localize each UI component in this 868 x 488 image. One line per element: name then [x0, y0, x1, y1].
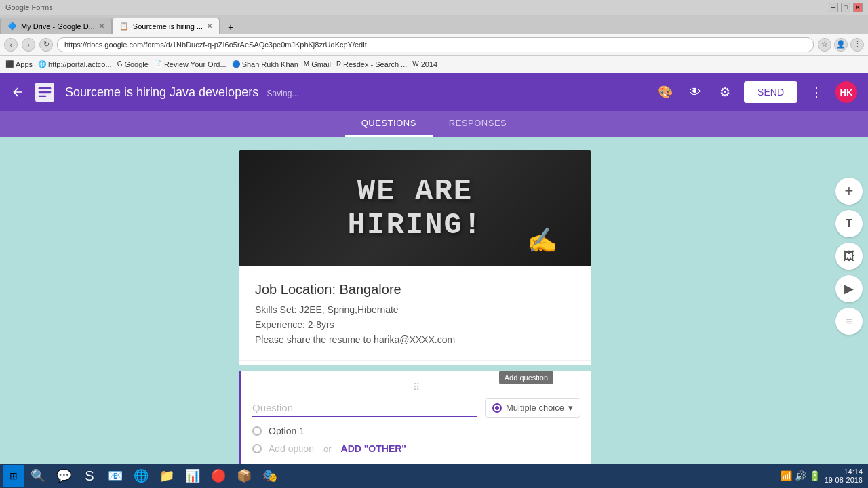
apps-icon: ⬛ [5, 60, 14, 68]
portal-icon: 🌐 [38, 60, 46, 68]
battery-icon: 🔋 [809, 470, 821, 481]
option-1-row: Option 1 [252, 426, 580, 436]
add-title-btn[interactable]: T [835, 210, 863, 237]
skills-detail: Skills Set: J2EE, Spring,Hibernate [255, 304, 575, 315]
bookmark-btn[interactable]: ☆ [818, 38, 831, 52]
2014-icon: W [412, 60, 418, 68]
form-tabs: QUESTIONS RESPONSES [0, 111, 868, 137]
taskbar-clock: 14:14 19-08-2016 [825, 468, 865, 484]
tab-questions[interactable]: QUESTIONS [345, 111, 433, 137]
maximize-btn[interactable]: □ [841, 3, 850, 12]
gmail-icon: M [304, 60, 309, 68]
add-video-btn[interactable]: ▶ [835, 275, 863, 302]
scroll-area: WE ARE HIRING! ✍️ Job Location: Bangalor… [0, 137, 830, 479]
question-section: ⠿ Multiple choice ▾ Option 1 [239, 365, 591, 465]
address-input[interactable]: https://docs.google.com/forms/d/1NbDuczf… [57, 37, 814, 52]
send-button[interactable]: SEND [744, 81, 797, 103]
taskbar-app7[interactable]: 🎭 [258, 465, 282, 487]
tab-drive-label: My Drive - Google D... [21, 22, 95, 30]
taskbar-search[interactable]: 🔍 [26, 465, 50, 487]
bookmark-2014[interactable]: W 2014 [412, 60, 437, 68]
app-header: Sourceme is hiring Java developers Savin… [0, 73, 868, 111]
add-option-text[interactable]: Add option [269, 443, 314, 454]
question-type-label: Multiple choice [506, 403, 564, 413]
question-input[interactable] [252, 399, 477, 417]
add-image-btn[interactable]: 🖼 [835, 243, 863, 270]
tab-forms-close[interactable]: ✕ [207, 22, 212, 30]
bookmark-review[interactable]: 📄 Review Your Ord... [154, 60, 226, 68]
taskbar-explorer[interactable]: 📁 [155, 465, 179, 487]
job-location: Job Location: Bangalore [255, 282, 575, 298]
add-section-btn[interactable]: ≡ [835, 308, 863, 335]
svg-rect-1 [39, 87, 52, 89]
settings-btn[interactable]: ⚙ [714, 81, 736, 103]
taskbar: ⊞ 🔍 💬 S 📧 🌐 📁 📊 🔴 📦 🎭 📶 🔊 🔋 14:14 19-08-… [0, 464, 868, 488]
start-button[interactable]: ⊞ [3, 465, 24, 487]
taskbar-app6[interactable]: 📦 [232, 465, 256, 487]
resdex-icon: R [336, 60, 341, 68]
svg-rect-3 [39, 96, 47, 97]
close-btn[interactable]: ✕ [853, 3, 863, 12]
taskbar-powerpoint[interactable]: 📊 [180, 465, 205, 487]
taskbar-app5[interactable]: 🔴 [206, 465, 231, 487]
refresh-btn[interactable]: ↻ [39, 38, 53, 52]
taskbar-skype[interactable]: S [77, 465, 102, 487]
volume-icon: 🔊 [795, 470, 806, 481]
forward-btn[interactable]: › [22, 38, 35, 52]
back-to-drive-btn[interactable] [11, 85, 24, 99]
tab-drive[interactable]: 🔷 My Drive - Google D... ✕ [0, 18, 112, 34]
bookmark-google[interactable]: G Google [117, 60, 149, 68]
bookmark-resdex[interactable]: R Resdex - Search ... [336, 60, 407, 68]
tab-forms[interactable]: 📋 Sourceme is hiring ... ✕ [112, 18, 220, 34]
more-btn[interactable]: ⋮ [806, 81, 827, 103]
hiring-image: WE ARE HIRING! ✍️ [239, 150, 591, 266]
taskbar-outlook[interactable]: 📧 [103, 465, 127, 487]
new-tab-btn[interactable]: + [222, 20, 239, 34]
preview-btn[interactable]: 👁 [684, 81, 706, 103]
tab-responses[interactable]: RESPONSES [433, 111, 523, 137]
browser-actions: ☆ 👤 ⋮ [818, 38, 864, 52]
taskbar-cortana[interactable]: 💬 [52, 465, 76, 487]
bookmark-portal[interactable]: 🌐 http://portal.actco... [38, 60, 112, 68]
question-type-dropdown[interactable]: Multiple choice ▾ [485, 398, 580, 418]
hiring-text-line1: WE ARE [348, 176, 483, 206]
add-other-link[interactable]: ADD "OTHER" [341, 443, 407, 454]
review-icon: 📄 [154, 60, 162, 68]
form-info-section: Job Location: Bangalore Skills Set: J2EE… [239, 266, 591, 360]
question-editor-card: ⠿ Multiple choice ▾ Option 1 [239, 371, 591, 465]
hiring-text-line2: HIRING! [348, 210, 483, 240]
tab-forms-icon: 📋 [119, 22, 129, 30]
menu-btn[interactable]: ⋮ [850, 38, 864, 52]
dropdown-arrow-icon: ▾ [568, 403, 573, 413]
add-option-radio-icon [252, 444, 262, 453]
tab-forms-label: Sourceme is hiring ... [133, 22, 203, 30]
question-row: Multiple choice ▾ [252, 398, 580, 418]
user-avatar[interactable]: HK [835, 81, 857, 103]
form-title: Sourceme is hiring Java developers [65, 85, 258, 99]
minimize-btn[interactable]: ─ [829, 3, 838, 12]
tab-bar: 🔷 My Drive - Google D... ✕ 📋 Sourceme is… [0, 15, 868, 34]
bookmark-gmail[interactable]: M Gmail [304, 60, 331, 68]
google-icon: G [117, 60, 123, 68]
bookmark-srk[interactable]: 🔵 Shah Rukh Khan [232, 60, 298, 68]
tab-drive-close[interactable]: ✕ [99, 22, 104, 30]
header-actions: 🎨 👁 ⚙ SEND ⋮ HK [654, 81, 857, 103]
drag-handle[interactable]: ⠿ [252, 382, 580, 392]
saving-indicator: Saving... [267, 89, 299, 98]
profile-btn[interactable]: 👤 [834, 38, 848, 52]
option1-label: Option 1 [269, 426, 304, 436]
chalk-hand-icon: ✍️ [527, 226, 557, 255]
title-bar: Google Forms ─ □ ✕ [0, 0, 868, 15]
experience-detail: Experience: 2-8yrs [255, 319, 575, 330]
window-controls[interactable]: ─ □ ✕ [829, 3, 863, 12]
bookmark-apps[interactable]: ⬛ Apps [5, 60, 33, 68]
srk-icon: 🔵 [232, 60, 240, 68]
bookmarks-bar: ⬛ Apps 🌐 http://portal.actco... G Google… [0, 56, 868, 73]
resume-detail: Please share the resume to harika@XXXX.c… [255, 334, 575, 345]
palette-btn[interactable]: 🎨 [654, 81, 676, 103]
taskbar-chrome[interactable]: 🌐 [129, 465, 153, 487]
right-sidebar: + T 🖼 ▶ ≡ [830, 137, 868, 479]
back-btn[interactable]: ‹ [4, 38, 18, 52]
svg-rect-2 [39, 92, 52, 93]
add-question-btn[interactable]: + [835, 178, 863, 205]
